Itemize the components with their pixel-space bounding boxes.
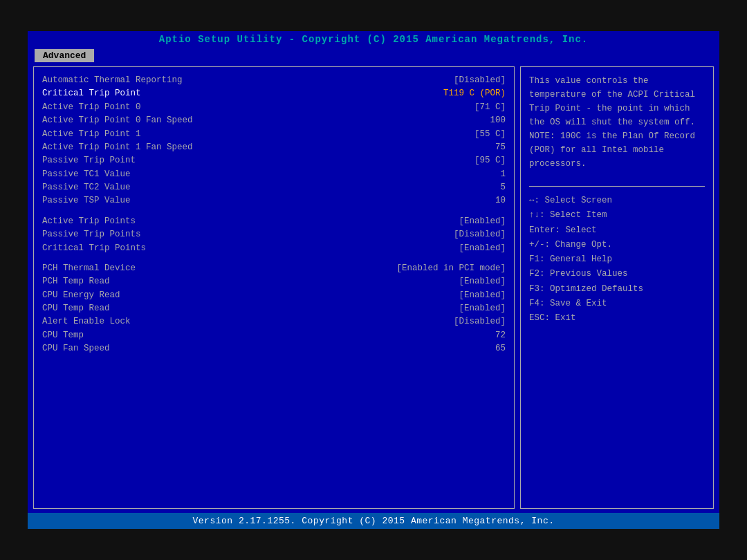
- setting-label-5: Active Trip Point 1 Fan Speed: [42, 141, 193, 154]
- setting-row-3: Active Trip Point 0 Fan Speed100: [42, 114, 506, 127]
- tab-row: Advanced: [28, 48, 719, 62]
- setting-row-19: Alert Enable Lock[Disabled]: [42, 315, 506, 328]
- key-hint-1: ↑↓: Select Item: [529, 208, 705, 223]
- setting-label-12: Passive Trip Points: [42, 228, 141, 241]
- setting-value-1: T119 C (POR): [443, 87, 506, 100]
- side-panel: This value controls the temperature of t…: [520, 66, 714, 509]
- footer-text: Version 2.17.1255. Copyright (C) 2015 Am…: [193, 516, 555, 526]
- setting-row-6: Passive Trip Point[95 C]: [42, 154, 506, 167]
- setting-value-21: 65: [495, 342, 506, 355]
- key-hint-4: F1: General Help: [529, 252, 705, 267]
- setting-value-17: [Enabled]: [459, 289, 506, 302]
- setting-row-13: Critical Trip Points[Enabled]: [42, 242, 506, 255]
- setting-label-2: Active Trip Point 0: [42, 101, 141, 114]
- setting-value-6: [95 C]: [474, 154, 506, 167]
- setting-value-18: [Enabled]: [459, 302, 506, 315]
- key-hint-3: +/-: Change Opt.: [529, 238, 705, 252]
- main-panel: Automatic Thermal Reporting[Disabled]Cri…: [33, 66, 515, 509]
- setting-row-12: Passive Trip Points[Disabled]: [42, 228, 506, 241]
- setting-row-11: Active Trip Points[Enabled]: [42, 215, 506, 228]
- setting-value-5: 75: [495, 141, 506, 154]
- setting-label-17: CPU Energy Read: [42, 289, 120, 302]
- setting-label-1: Critical Trip Point: [42, 87, 141, 100]
- setting-value-13: [Enabled]: [459, 242, 506, 255]
- setting-label-6: Passive Trip Point: [42, 154, 136, 167]
- setting-value-19: [Disabled]: [454, 315, 506, 328]
- setting-label-21: CPU Fan Speed: [42, 342, 110, 355]
- spacer-10: [42, 208, 506, 215]
- setting-row-15: PCH Thermal Device[Enabled in PCI mode]: [42, 262, 506, 275]
- key-hint-8: ESC: Exit: [529, 311, 705, 326]
- bios-screen: Aptio Setup Utility - Copyright (C) 2015…: [28, 31, 719, 529]
- setting-label-16: PCH Temp Read: [42, 275, 110, 288]
- setting-row-18: CPU Temp Read[Enabled]: [42, 302, 506, 315]
- setting-row-16: PCH Temp Read[Enabled]: [42, 275, 506, 288]
- setting-row-0: Automatic Thermal Reporting[Disabled]: [42, 74, 506, 87]
- setting-row-20: CPU Temp72: [42, 329, 506, 342]
- title-bar: Aptio Setup Utility - Copyright (C) 2015…: [28, 31, 719, 48]
- setting-label-11: Active Trip Points: [42, 215, 136, 228]
- setting-label-0: Automatic Thermal Reporting: [42, 74, 183, 87]
- key-help: ↔: Select Screen↑↓: Select ItemEnter: Se…: [529, 194, 705, 326]
- setting-value-11: [Enabled]: [459, 215, 506, 228]
- setting-value-3: 100: [490, 114, 506, 127]
- setting-row-5: Active Trip Point 1 Fan Speed75: [42, 141, 506, 154]
- setting-label-13: Critical Trip Points: [42, 242, 146, 255]
- setting-row-7: Passive TC1 Value1: [42, 168, 506, 181]
- key-hint-7: F4: Save & Exit: [529, 297, 705, 311]
- setting-label-4: Active Trip Point 1: [42, 128, 141, 141]
- setting-row-4: Active Trip Point 1[55 C]: [42, 128, 506, 141]
- setting-value-2: [71 C]: [474, 101, 506, 114]
- footer-bar: Version 2.17.1255. Copyright (C) 2015 Am…: [28, 513, 719, 529]
- setting-value-9: 10: [495, 194, 506, 207]
- setting-label-7: Passive TC1 Value: [42, 168, 131, 181]
- setting-value-7: 1: [500, 168, 506, 181]
- setting-row-17: CPU Energy Read[Enabled]: [42, 289, 506, 302]
- setting-value-4: [55 C]: [474, 128, 506, 141]
- setting-row-21: CPU Fan Speed65: [42, 342, 506, 355]
- spacer-14: [42, 255, 506, 262]
- setting-label-9: Passive TSP Value: [42, 194, 131, 207]
- setting-value-8: 5: [500, 181, 506, 194]
- title-text: Aptio Setup Utility - Copyright (C) 2015…: [159, 34, 589, 45]
- key-hint-6: F3: Optimized Defaults: [529, 282, 705, 297]
- setting-label-15: PCH Thermal Device: [42, 262, 136, 275]
- content-area: Automatic Thermal Reporting[Disabled]Cri…: [28, 62, 719, 513]
- setting-value-16: [Enabled]: [459, 275, 506, 288]
- tab-advanced[interactable]: Advanced: [35, 49, 94, 62]
- setting-label-8: Passive TC2 Value: [42, 181, 131, 194]
- key-hint-5: F2: Previous Values: [529, 267, 705, 281]
- setting-value-0: [Disabled]: [454, 74, 506, 87]
- setting-label-20: CPU Temp: [42, 329, 84, 342]
- setting-row-8: Passive TC2 Value5: [42, 181, 506, 194]
- setting-label-18: CPU Temp Read: [42, 302, 110, 315]
- setting-row-9: Passive TSP Value10: [42, 194, 506, 207]
- setting-label-19: Alert Enable Lock: [42, 315, 131, 328]
- setting-label-3: Active Trip Point 0 Fan Speed: [42, 114, 193, 127]
- divider: [529, 186, 705, 187]
- key-hint-2: Enter: Select: [529, 223, 705, 238]
- setting-row-2: Active Trip Point 0[71 C]: [42, 101, 506, 114]
- setting-value-20: 72: [495, 329, 506, 342]
- setting-row-1: Critical Trip PointT119 C (POR): [42, 87, 506, 100]
- setting-value-12: [Disabled]: [454, 228, 506, 241]
- setting-value-15: [Enabled in PCI mode]: [396, 262, 506, 275]
- key-hint-0: ↔: Select Screen: [529, 194, 705, 208]
- help-text: This value controls the temperature of t…: [529, 74, 705, 171]
